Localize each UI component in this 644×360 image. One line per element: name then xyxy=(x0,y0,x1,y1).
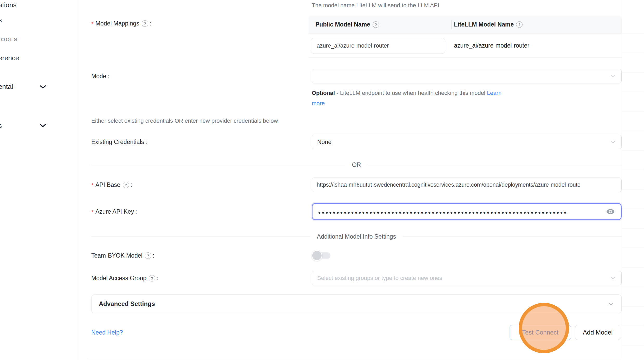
toggle-knob xyxy=(311,250,322,261)
help-icon[interactable] xyxy=(373,21,379,28)
model-name-help-text: The model name LiteLLM will send to the … xyxy=(312,2,439,9)
background-rows xyxy=(622,14,644,358)
add-model-form-screen: ations s TOOLS erence ental s The model … xyxy=(0,0,644,360)
need-help-link[interactable]: Need Help? xyxy=(91,329,123,336)
mode-label: Mode xyxy=(91,73,109,80)
eye-icon[interactable] xyxy=(606,208,615,215)
sidebar-item-api-reference[interactable]: erence xyxy=(0,54,19,62)
sidebar-item-experimental[interactable]: ental xyxy=(0,83,13,91)
sidebar-section-tools: TOOLS xyxy=(0,37,18,43)
column-separator xyxy=(451,20,452,29)
sidebar: ations s TOOLS erence ental s xyxy=(0,0,78,360)
model-access-group-select[interactable]: Select existing groups or type to create… xyxy=(312,271,622,285)
form-footer: Need Help? Test Connect Add Model xyxy=(91,325,622,340)
required-asterisk: * xyxy=(91,20,94,27)
chevron-down-icon xyxy=(40,85,46,89)
chevron-down-icon xyxy=(610,139,616,145)
add-model-button[interactable]: Add Model xyxy=(575,325,620,340)
azure-api-key-input[interactable]: ••••••••••••••••••••••••••••••••••••••••… xyxy=(312,203,622,220)
sidebar-item-models[interactable]: s xyxy=(0,16,2,24)
model-mappings-table-header: Public Model Name LiteLLM Model Name xyxy=(309,16,622,34)
help-icon[interactable] xyxy=(123,182,129,188)
azure-api-key-row: * Azure API Key ••••••••••••••••••••••••… xyxy=(91,202,622,221)
chevron-down-icon xyxy=(607,300,614,307)
existing-credentials-label: Existing Credentials xyxy=(91,139,147,146)
required-asterisk: * xyxy=(91,181,94,189)
model-mappings-label: * Model Mappings xyxy=(91,20,151,27)
sidebar-item-organizations[interactable]: ations xyxy=(0,1,16,9)
additional-settings-divider: Additional Model Info Settings xyxy=(91,231,622,242)
azure-api-key-label: * Azure API Key xyxy=(91,208,137,215)
model-access-group-placeholder: Select existing groups or type to create… xyxy=(317,275,442,282)
existing-credentials-row: Existing Credentials None xyxy=(91,135,622,149)
public-model-name-header: Public Model Name xyxy=(309,21,451,28)
credentials-note: Either select existing credentials OR en… xyxy=(91,117,278,124)
chevron-down-icon xyxy=(610,73,616,79)
public-model-name-input[interactable]: azure_ai/azure-model-router xyxy=(311,38,445,54)
team-byok-toggle[interactable] xyxy=(312,252,330,259)
model-mappings-table: Public Model Name LiteLLM Model Name a xyxy=(309,16,622,58)
advanced-settings-label: Advanced Settings xyxy=(99,300,155,307)
help-icon[interactable] xyxy=(149,275,155,282)
help-icon[interactable] xyxy=(516,21,523,28)
sidebar-item-settings[interactable]: s xyxy=(0,122,2,130)
team-byok-row: Team-BYOK Model xyxy=(91,248,622,263)
advanced-settings-panel[interactable]: Advanced Settings xyxy=(91,294,622,313)
main-content: The model name LiteLLM will send to the … xyxy=(78,0,644,360)
litellm-model-name-header: LiteLLM Model Name xyxy=(451,21,523,28)
chevron-down-icon xyxy=(610,275,616,281)
mode-row: Mode xyxy=(91,69,622,83)
masked-key-value: ••••••••••••••••••••••••••••••••••••••••… xyxy=(318,207,568,216)
help-icon[interactable] xyxy=(145,252,151,259)
help-icon[interactable] xyxy=(142,20,148,27)
existing-credentials-select[interactable]: None xyxy=(312,135,622,149)
model-mappings-row: * Model Mappings Public Model Name LiteL… xyxy=(91,16,622,58)
or-divider: OR xyxy=(91,159,622,171)
required-asterisk: * xyxy=(91,208,94,215)
chevron-down-icon xyxy=(40,123,46,127)
team-byok-label: Team-BYOK Model xyxy=(91,252,154,259)
card-bottom-border xyxy=(89,358,622,358)
mode-select[interactable] xyxy=(312,69,622,83)
api-base-input[interactable]: https://ishaa-mh6uutut-swedencentral.cog… xyxy=(312,178,622,192)
model-access-group-label: Model Access Group xyxy=(91,275,158,282)
model-access-group-row: Model Access Group Select existing group… xyxy=(91,271,622,285)
litellm-model-name-value: azure_ai/azure-model-router xyxy=(451,42,529,49)
mode-help-text: Optional - LiteLLM endpoint to use when … xyxy=(312,88,530,109)
model-mappings-table-row: azure_ai/azure-model-router azure_ai/azu… xyxy=(309,34,622,58)
api-base-label: * API Base xyxy=(91,181,132,189)
api-base-row: * API Base https://ishaa-mh6uutut-sweden… xyxy=(91,178,622,192)
test-connect-button[interactable]: Test Connect xyxy=(510,325,571,340)
